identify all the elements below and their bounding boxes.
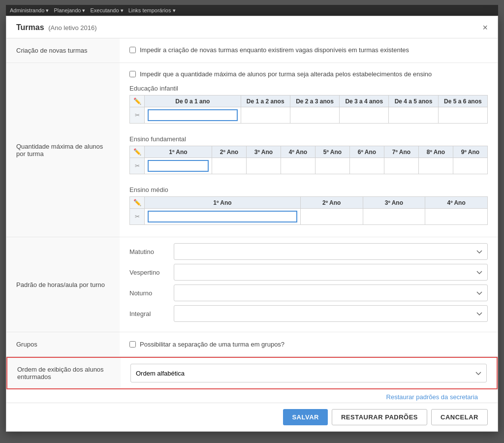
ei-cell-5: [438, 107, 487, 124]
noturno-label: Noturno: [129, 289, 169, 297]
ei-col-2: De 2 a 3 anos: [290, 95, 339, 107]
educacao-infantil-section: Educação infantil ✏️ De 0 a 1 ano De 1 a…: [129, 83, 488, 128]
ef-col-8: 9º Ano: [453, 146, 488, 158]
ef-col-2: 3º Ano: [247, 146, 281, 158]
em-input-0[interactable]: [148, 211, 297, 222]
pen-icon-ei[interactable]: ✏️: [133, 97, 141, 105]
ef-col-3: 4º Ano: [281, 146, 315, 158]
save-button[interactable]: SALVAR: [283, 409, 328, 425]
ef-cell-8: [453, 158, 488, 174]
cancel-button[interactable]: CANCELAR: [431, 409, 488, 425]
ei-col-1: De 1 a 2 anos: [241, 95, 290, 107]
integral-label: Integral: [129, 310, 169, 317]
quantidade-checkbox[interactable]: [129, 71, 136, 77]
em-row-icon: ✂: [130, 209, 145, 225]
grupos-row: Grupos Possibilitar a separação de uma t…: [6, 332, 498, 357]
padrao-label: Padrão de horas/aula por turno: [6, 237, 120, 332]
restore-defaults-button[interactable]: RESTAURAR PADRÕES: [332, 409, 427, 425]
quantidade-row: Quantidade máxima de alunos por turma Im…: [6, 63, 498, 237]
ei-cell-1: [241, 107, 290, 124]
ensino-medio-table: ✏️ 1º Ano 2º Ano 3º Ano 4º Ano: [129, 196, 488, 225]
em-cell-2: [363, 209, 425, 225]
em-col-1: 2º Ano: [300, 197, 363, 209]
em-col-2: 3º Ano: [363, 197, 425, 209]
restore-link-row: Restaurar padrões da secretaria: [6, 389, 498, 403]
eraser-icon-ef[interactable]: ✂: [135, 162, 140, 169]
ef-cell-7: [419, 158, 453, 174]
matutino-select[interactable]: [174, 243, 488, 260]
ei-cell-3: [340, 107, 389, 124]
pen-icon-em[interactable]: ✏️: [133, 199, 141, 206]
integral-select[interactable]: [174, 305, 488, 322]
modal-close-button[interactable]: ×: [482, 23, 488, 32]
vespertino-label: Vespertino: [129, 269, 169, 276]
em-cell-0[interactable]: [145, 209, 301, 225]
criacao-checkbox-label: Impedir a criação de novas turmas enquan…: [140, 46, 409, 55]
em-cell-1: [300, 209, 363, 225]
ef-col-6: 7º Ano: [384, 146, 419, 158]
ei-col-0: De 0 a 1 ano: [145, 95, 241, 107]
modal-dialog: Turmas (Ano letivo 2016) × Criação de no…: [6, 16, 498, 432]
matutino-label: Matutino: [129, 248, 169, 255]
ef-col-1: 2º Ano: [212, 146, 247, 158]
grupos-checkbox[interactable]: [129, 341, 136, 348]
em-col-3: 4º Ano: [425, 197, 488, 209]
topbar-administrando[interactable]: Administrando ▾: [10, 7, 49, 14]
em-cell-3: [425, 209, 488, 225]
padrao-row: Padrão de horas/aula por turno Matutino …: [6, 237, 498, 332]
criacao-label: Criação de novas turmas: [6, 38, 120, 63]
ef-input-0[interactable]: [148, 160, 209, 172]
noturno-row: Noturno: [129, 285, 488, 301]
ensino-fundamental-table: ✏️ 1º Ano 2º Ano 3º Ano 4º Ano 5º Ano 6º…: [129, 146, 488, 174]
ef-col-4: 5º Ano: [315, 146, 350, 158]
topbar-links[interactable]: Links temporários ▾: [128, 7, 176, 14]
noturno-select[interactable]: [174, 285, 488, 301]
ei-input-0[interactable]: [148, 109, 238, 121]
ef-cell-0[interactable]: [145, 158, 212, 174]
ef-cell-4: [315, 158, 350, 174]
ef-row-icon: ✂: [130, 158, 145, 174]
modal-body: Criação de novas turmas Impedir a criaçã…: [6, 38, 498, 403]
ef-header-icon: ✏️: [130, 146, 145, 158]
restore-link[interactable]: Restaurar padrões da secretaria: [377, 389, 488, 403]
eraser-icon-em[interactable]: ✂: [135, 213, 140, 220]
modal-header: Turmas (Ano letivo 2016) ×: [6, 16, 498, 38]
ef-col-7: 8º Ano: [419, 146, 453, 158]
ei-cell-2: [290, 107, 339, 124]
ordem-content: Ordem alfabética Ordem de matrícula Orde…: [121, 358, 497, 388]
modal-title: Turmas: [16, 23, 44, 32]
grupos-checkbox-row: Possibilitar a separação de uma turma em…: [129, 340, 488, 349]
grupos-checkbox-label: Possibilitar a separação de uma turma em…: [140, 340, 284, 349]
ordem-label: Ordem de exibição dos alunos enturmados: [7, 358, 121, 388]
ordem-row: Ordem de exibição dos alunos enturmados …: [6, 357, 498, 389]
ei-col-5: De 5 a 6 anos: [438, 95, 487, 107]
grupos-label: Grupos: [6, 332, 120, 356]
ensino-medio-section: Ensino médio ✏️ 1º Ano 2º Ano: [129, 184, 488, 230]
modal-overlay: Administrando ▾ Planejando ▾ Executando …: [6, 5, 498, 432]
modal-footer: SALVAR RESTAURAR PADRÕES CANCELAR: [6, 403, 498, 431]
ef-col-5: 6º Ano: [350, 146, 384, 158]
vespertino-select[interactable]: [174, 264, 488, 281]
ensino-fundamental-section: Ensino fundamental ✏️ 1º Ano 2º Ano: [129, 133, 488, 179]
integral-row: Integral: [129, 305, 488, 322]
ei-row-icon: ✂: [130, 107, 145, 124]
quantidade-checkbox-row: Impedir que a quantidade máxima de aluno…: [129, 70, 488, 79]
educacao-infantil-table: ✏️ De 0 a 1 ano De 1 a 2 anos De 2 a 3 a…: [129, 95, 488, 124]
padrao-content: Matutino Vespertino Noturno Integral: [120, 237, 498, 332]
ef-col-0: 1º Ano: [145, 146, 212, 158]
matutino-row: Matutino: [129, 243, 488, 260]
modal-title-group: Turmas (Ano letivo 2016): [16, 23, 97, 32]
ei-cell-4: [389, 107, 438, 124]
em-col-0: 1º Ano: [145, 197, 301, 209]
topbar-executando[interactable]: Executando ▾: [90, 7, 123, 14]
pen-icon-ef[interactable]: ✏️: [133, 148, 141, 156]
ordem-select[interactable]: Ordem alfabética Ordem de matrícula Orde…: [130, 364, 487, 382]
quantidade-checkbox-label: Impedir que a quantidade máxima de aluno…: [140, 70, 432, 79]
eraser-icon-ei[interactable]: ✂: [135, 112, 140, 119]
criacao-checkbox[interactable]: [129, 47, 136, 53]
ensino-fundamental-title: Ensino fundamental: [129, 135, 488, 143]
ei-cell-0[interactable]: [145, 107, 241, 124]
educacao-infantil-title: Educação infantil: [129, 85, 488, 92]
topbar-planejando[interactable]: Planejando ▾: [54, 7, 85, 14]
ef-cell-2: [247, 158, 281, 174]
